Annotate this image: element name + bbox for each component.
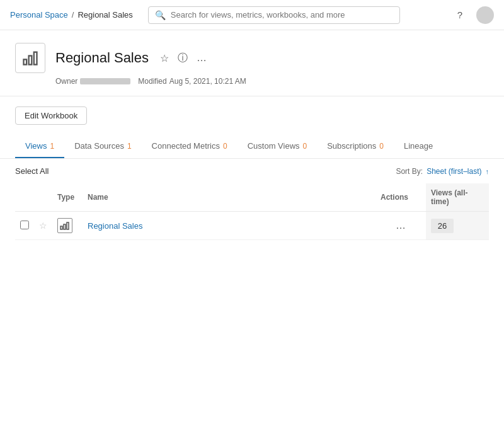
svg-rect-0	[24, 59, 27, 64]
select-all-label[interactable]: Select All	[15, 166, 49, 176]
svg-rect-3	[60, 226, 62, 229]
row-name-cell[interactable]: Regional Sales	[83, 212, 375, 240]
search-input[interactable]	[171, 10, 393, 20]
col-header-actions: Actions	[375, 183, 426, 212]
more-options-button[interactable]: …	[195, 51, 208, 65]
tab-custom-views-count: 0	[303, 142, 307, 151]
sort-by-area: Sort By: Sheet (first–last) ↑	[396, 167, 489, 176]
svg-rect-5	[67, 222, 69, 229]
sort-arrow-icon: ↑	[486, 168, 490, 175]
tab-subscriptions-count: 0	[379, 142, 384, 151]
workbook-icon	[15, 43, 45, 73]
workbook-action-icons: ☆ ⓘ …	[159, 50, 208, 66]
svg-rect-1	[29, 56, 32, 65]
row-star-cell[interactable]: ☆	[34, 212, 52, 240]
tab-lineage[interactable]: Lineage	[394, 135, 443, 158]
tab-custom-views-label: Custom Views	[248, 141, 300, 151]
tab-subscriptions-label: Subscriptions	[327, 141, 376, 151]
edit-workbook-button[interactable]: Edit Workbook	[15, 106, 87, 125]
avatar[interactable]	[476, 6, 494, 24]
workbook-title-row: Regional Sales ☆ ⓘ …	[15, 43, 489, 73]
col-header-star	[34, 183, 52, 212]
workbook-header: Regional Sales ☆ ⓘ … Owner Modified Aug …	[0, 30, 504, 96]
owner-label: Owner	[55, 77, 77, 86]
col-header-type: Type	[52, 183, 83, 212]
tab-connected-metrics-label: Connected Metrics	[152, 141, 220, 151]
tab-subscriptions[interactable]: Subscriptions 0	[317, 135, 394, 158]
info-button[interactable]: ⓘ	[176, 50, 189, 66]
tab-views-count: 1	[50, 142, 54, 151]
row-checkbox-cell[interactable]	[15, 212, 34, 240]
tab-data-sources-count: 1	[127, 142, 132, 151]
breadcrumb-personal[interactable]: Personal Space	[10, 10, 68, 20]
sort-value[interactable]: Sheet (first–last)	[427, 167, 481, 176]
workbook-title: Regional Sales	[55, 50, 149, 66]
tabs-row: Views 1 Data Sources 1 Connected Metrics…	[0, 135, 504, 159]
col-header-name: Name	[83, 183, 375, 212]
table-header-row: Type Name Actions Views (all-time)	[15, 183, 489, 212]
tab-data-sources[interactable]: Data Sources 1	[64, 135, 141, 158]
tab-connected-metrics-count: 0	[223, 142, 227, 151]
table-row: ☆ Regional Sales … 26	[15, 212, 489, 240]
top-nav: Personal Space / Regional Sales 🔍 ?	[0, 0, 504, 30]
row-type-cell	[52, 212, 83, 240]
tab-custom-views[interactable]: Custom Views 0	[238, 135, 318, 158]
edit-btn-row: Edit Workbook	[0, 96, 504, 135]
sort-by-label: Sort By:	[396, 167, 423, 176]
row-views-cell: 26	[426, 212, 489, 240]
breadcrumb: Personal Space / Regional Sales	[10, 10, 133, 20]
row-checkbox[interactable]	[20, 221, 29, 229]
help-button[interactable]: ?	[451, 6, 469, 24]
breadcrumb-current: Regional Sales	[77, 10, 132, 20]
modified-label: Modified	[138, 77, 166, 86]
row-type-icon	[57, 218, 72, 233]
tab-views[interactable]: Views 1	[15, 135, 64, 158]
breadcrumb-separator: /	[72, 10, 74, 20]
modified-date: Aug 5, 2021, 10:21 AM	[169, 77, 246, 86]
col-header-checkbox	[15, 183, 34, 212]
row-favorite-icon[interactable]: ☆	[39, 221, 47, 231]
col-header-views: Views (all-time)	[426, 183, 489, 212]
row-actions-cell[interactable]: …	[375, 212, 426, 240]
search-bar[interactable]: 🔍	[148, 6, 400, 24]
table-controls: Select All Sort By: Sheet (first–last) ↑	[15, 159, 489, 183]
workbook-meta: Owner Modified Aug 5, 2021, 10:21 AM	[55, 77, 489, 86]
search-icon: 🔍	[155, 10, 166, 20]
tab-data-sources-label: Data Sources	[74, 141, 124, 151]
table-area: Select All Sort By: Sheet (first–last) ↑…	[0, 159, 504, 240]
tab-views-label: Views	[25, 141, 47, 151]
row-views-count: 26	[431, 219, 454, 233]
tab-connected-metrics[interactable]: Connected Metrics 0	[142, 135, 238, 158]
row-actions-button[interactable]: …	[392, 219, 410, 233]
svg-rect-4	[64, 224, 66, 229]
svg-rect-2	[34, 52, 37, 65]
favorite-button[interactable]: ☆	[159, 51, 170, 66]
data-table: Type Name Actions Views (all-time) ☆	[15, 183, 489, 240]
nav-icons: ?	[451, 6, 494, 24]
owner-name-placeholder	[80, 78, 130, 84]
tab-lineage-label: Lineage	[404, 141, 433, 151]
